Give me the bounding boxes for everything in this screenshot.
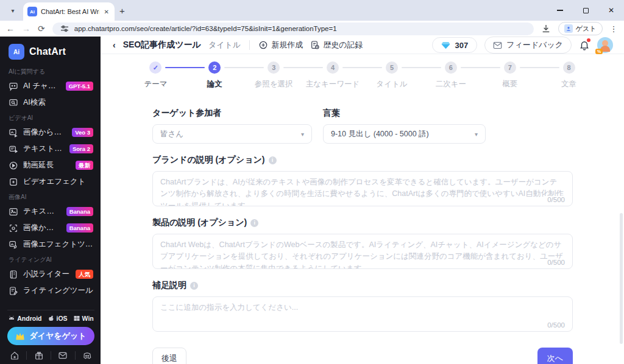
screen: ▾ Ai ChatArt: Best AI Writer, AI Cont ✕ … — [0, 0, 624, 364]
url-input[interactable]: app.chatartpro.com/seo/create/article/?i… — [52, 23, 534, 35]
sidebar-item-image-effect-tools[interactable]: 画像エフェクトツール — [7, 236, 94, 253]
info-icon[interactable]: i — [269, 156, 277, 164]
badge-popular: 人気 — [76, 270, 93, 279]
home-icon[interactable] — [10, 351, 20, 360]
browser-menu-icon[interactable]: ⋮ — [610, 24, 618, 33]
sidebar-item-ai-search[interactable]: AI検索 — [7, 94, 94, 111]
tab-search-icon[interactable]: ▾ — [5, 4, 21, 16]
back-icon[interactable]: ← — [6, 24, 15, 33]
badge-banana-1: Banana — [66, 207, 93, 216]
platform-win[interactable]: Win — [73, 315, 94, 322]
notification-dot — [587, 38, 590, 42]
supplement-char-counter: 0/500 — [545, 321, 565, 329]
step-8-article-text[interactable]: 8 文章 — [539, 61, 598, 89]
brand-logo-icon: Ai — [9, 44, 24, 60]
platform-android[interactable]: Android — [8, 315, 41, 322]
sidebar-item-writing-tools[interactable]: ライティングツール — [7, 282, 94, 299]
product-description-input[interactable] — [153, 234, 572, 268]
brand-description-label: ブランドの説明 (オプション) i — [152, 155, 573, 166]
step-7-outline[interactable]: 7 概要 — [480, 61, 539, 89]
step-1-theme[interactable]: ✓ テーマ — [126, 61, 185, 89]
badge-banana-2: Banana — [66, 223, 93, 233]
browser-address-bar: ← → ⟳ app.chatartpro.com/seo/create/arti… — [0, 21, 624, 37]
discount-badge: % — [595, 49, 603, 54]
step-3-references[interactable]: 3 参照を選択 — [244, 61, 303, 89]
browser-tab[interactable]: Ai ChatArt: Best AI Writer, AI Cont ✕ — [23, 2, 115, 21]
target-audience-select[interactable]: 皆さん ▾ — [152, 124, 312, 144]
article-form: ターゲット参加者 皆さん ▾ 言葉 9-10 見出し (4000 - 5000 … — [101, 89, 573, 364]
step-1-check-icon: ✓ — [149, 61, 161, 74]
close-button[interactable]: ✕ — [598, 0, 624, 21]
word-count-select[interactable]: 9-10 見出し (4000 - 5000 語) ▾ — [323, 124, 486, 144]
sidebar-item-text-to-image[interactable]: テキストから... Banana — [7, 203, 94, 220]
next-button[interactable]: 次へ — [537, 348, 573, 364]
back-button[interactable]: 後退 — [152, 348, 186, 364]
back-chevron-icon[interactable]: ‹ — [113, 40, 116, 50]
sidebar-item-ai-chat[interactable]: AI チャット GPT-5.1 — [7, 78, 94, 94]
video-effects-icon — [9, 177, 18, 187]
badge-veo3: Veo 3 — [72, 128, 93, 137]
sidebar-item-novel-writer[interactable]: 小説ライター 人気 — [7, 266, 94, 282]
brand-description-box: 0/500 — [152, 171, 573, 206]
info-icon[interactable]: i — [190, 282, 198, 290]
writing-tools-icon — [9, 286, 18, 296]
step-6-secondary-keys[interactable]: 6 二次キー — [421, 61, 480, 89]
sidebar-section-video-ai: ビデオAI — [9, 114, 93, 122]
scrollbar[interactable] — [620, 213, 623, 344]
download-icon[interactable] — [541, 24, 551, 33]
step-5-title[interactable]: 5 タイトル — [363, 61, 422, 89]
text-to-video-icon — [9, 144, 18, 154]
feedback-button[interactable]: フィードバック — [484, 37, 572, 54]
profile-chip[interactable]: ゲスト — [558, 22, 603, 35]
windows-icon — [73, 315, 80, 322]
main-content: ‹ SEO記事作成ツール タイトル 新規作成 歴史の記録 307 — [101, 37, 624, 364]
favicon-icon: Ai — [27, 7, 37, 16]
info-icon[interactable]: i — [250, 219, 258, 227]
diamond-icon — [441, 41, 450, 49]
user-avatar[interactable]: % — [597, 37, 613, 53]
mail-icon[interactable] — [58, 351, 68, 360]
badge-sora2: Sora 2 — [69, 144, 93, 153]
url-text: app.chatartpro.com/seo/create/article/?i… — [74, 25, 337, 32]
discord-icon[interactable] — [82, 351, 92, 360]
history-button[interactable]: 歴史の記録 — [310, 40, 363, 51]
video-extend-icon — [9, 161, 18, 170]
sidebar-item-image-to-video[interactable]: 画像から動画へ Veo 3 — [7, 124, 94, 141]
site-info-icon[interactable] — [60, 24, 69, 33]
word-count-label: 言葉 — [323, 108, 486, 119]
gift-icon[interactable] — [34, 351, 44, 360]
tab-close-icon[interactable]: ✕ — [103, 9, 110, 15]
step-2-article[interactable]: 2 論文 — [185, 61, 244, 89]
sidebar-section-ask-ai: AIに質問する — [9, 68, 93, 76]
brand[interactable]: Ai ChatArt — [7, 41, 94, 65]
sidebar-item-video-effects[interactable]: ビデオエフェクト — [7, 173, 94, 190]
sidebar-item-video-extend[interactable]: 動画延長 最新 — [7, 157, 94, 173]
window-controls: ✕ — [547, 0, 624, 21]
platform-ios[interactable]: iOS — [48, 315, 68, 322]
forward-icon[interactable]: → — [22, 24, 30, 33]
sidebar-item-image-to-image[interactable]: 画像から画像 Banana — [7, 220, 94, 236]
divider — [249, 40, 250, 50]
supplement-box: 0/500 — [152, 296, 573, 332]
android-icon — [8, 315, 15, 322]
step-4-main-keywords[interactable]: 4 主なキーワード — [303, 61, 363, 89]
refresh-icon[interactable]: ⟳ — [38, 24, 45, 33]
article-title-placeholder[interactable]: タイトル — [208, 40, 241, 51]
chat-icon — [9, 82, 18, 91]
step-indicator: ✓ テーマ 2 論文 3 参照を選択 4 主なキーワード 5 タイトル — [101, 54, 624, 89]
product-description-box: 0/500 — [152, 234, 573, 269]
credits-pill[interactable]: 307 — [432, 37, 477, 53]
sidebar: Ai ChatArt AIに質問する AI チャット GPT-5.1 AI検索 … — [0, 37, 101, 364]
maximize-button[interactable] — [573, 0, 598, 21]
brand-description-input[interactable] — [153, 172, 572, 206]
new-document-button[interactable]: 新規作成 — [258, 40, 303, 51]
tab-title: ChatArt: Best AI Writer, AI Cont — [41, 8, 99, 15]
get-diamonds-button[interactable]: ダイヤをゲット — [7, 327, 94, 345]
minimize-button[interactable] — [547, 0, 573, 21]
sidebar-item-text-to-video[interactable]: テキストから... Sora 2 — [7, 141, 94, 157]
supplement-input[interactable] — [153, 297, 572, 331]
product-char-counter: 0/500 — [545, 259, 565, 266]
notifications-button[interactable] — [579, 40, 590, 51]
new-tab-button[interactable]: + — [119, 5, 125, 16]
browser-tabstrip: ▾ Ai ChatArt: Best AI Writer, AI Cont ✕ … — [0, 0, 624, 21]
